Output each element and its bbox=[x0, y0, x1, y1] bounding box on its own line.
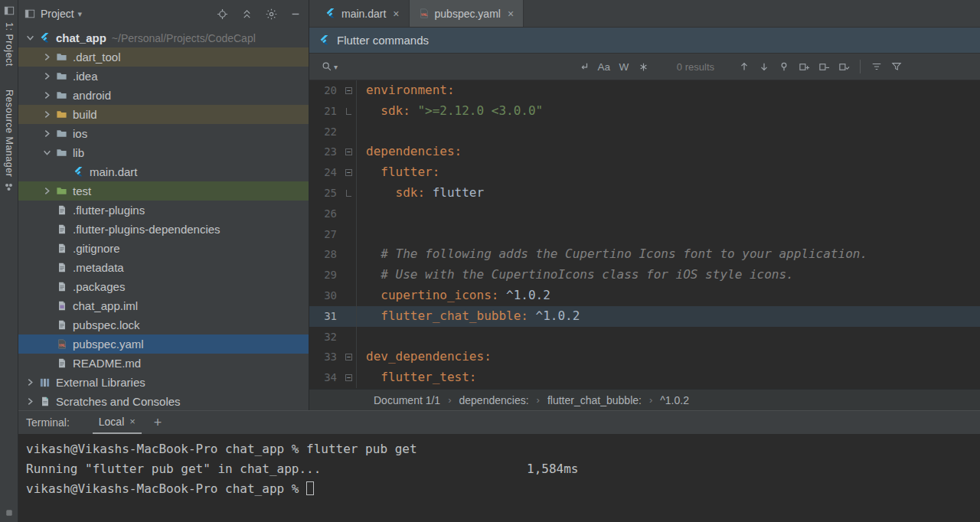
tree-item-scratches-and-consoles[interactable]: Scratches and Consoles bbox=[18, 392, 309, 410]
fold-marker[interactable]: − bbox=[341, 80, 357, 101]
find-pin-icon[interactable] bbox=[774, 57, 794, 76]
newline-icon[interactable] bbox=[574, 57, 594, 76]
line-number[interactable]: 20 bbox=[309, 80, 341, 101]
chevron-right-icon[interactable] bbox=[40, 109, 54, 121]
tree-item-ios[interactable]: ios bbox=[18, 124, 309, 143]
breadcrumb-item[interactable]: Document 1/1 bbox=[374, 394, 440, 406]
prev-occurrence-icon[interactable] bbox=[734, 57, 754, 76]
code-line-34[interactable]: 34− flutter_test: bbox=[309, 367, 980, 388]
tree-item-chat-app-iml[interactable]: chat_app.iml bbox=[18, 296, 309, 315]
search-history-chevron-icon[interactable]: ▾ bbox=[334, 63, 338, 71]
chevron-right-icon[interactable] bbox=[23, 396, 38, 408]
tree-item-gitignore[interactable]: .gitignore bbox=[18, 239, 309, 258]
line-number[interactable]: 24 bbox=[309, 162, 341, 183]
regex-toggle-icon[interactable] bbox=[634, 57, 654, 76]
project-stripe-icon[interactable] bbox=[4, 5, 15, 16]
chevron-down-icon[interactable] bbox=[23, 32, 38, 44]
editor-tab-pubspec-yaml[interactable]: YMLpubspec.yaml× bbox=[410, 0, 524, 27]
line-number[interactable]: 21 bbox=[309, 101, 341, 122]
chevron-down-icon[interactable] bbox=[40, 147, 54, 159]
line-number[interactable]: 33 bbox=[309, 347, 341, 367]
hide-panel-icon[interactable] bbox=[290, 8, 301, 19]
settings-gear-icon[interactable] bbox=[266, 8, 277, 20]
close-icon[interactable]: × bbox=[129, 416, 136, 427]
code-line-26[interactable]: 26 bbox=[309, 204, 980, 224]
project-panel-title[interactable]: Project bbox=[41, 8, 74, 20]
tree-item-metadata[interactable]: .metadata bbox=[18, 258, 309, 277]
fold-marker[interactable]: − bbox=[341, 347, 357, 367]
tree-item-external-libraries[interactable]: External Libraries bbox=[18, 373, 309, 392]
new-terminal-button[interactable]: + bbox=[154, 415, 162, 431]
resource-manager-icon[interactable] bbox=[4, 182, 14, 192]
fold-marker[interactable] bbox=[341, 101, 357, 122]
code-line-20[interactable]: 20−environment: bbox=[309, 80, 980, 101]
tree-item-pubspec-lock[interactable]: pubspec.lock bbox=[18, 315, 309, 334]
code-line-28[interactable]: 28 # The following adds the Cupertino Ic… bbox=[309, 244, 980, 265]
code-line-23[interactable]: 23−dependencies: bbox=[309, 142, 980, 162]
collapse-all-icon[interactable] bbox=[241, 8, 253, 20]
tree-item-main-dart[interactable]: main.dart bbox=[18, 162, 309, 181]
tree-item-dart-tool[interactable]: .dart_tool bbox=[18, 47, 309, 67]
line-number[interactable]: 28 bbox=[309, 244, 341, 265]
line-number[interactable]: 23 bbox=[309, 142, 341, 162]
fold-marker[interactable]: − bbox=[341, 142, 357, 162]
line-number[interactable]: 27 bbox=[309, 224, 341, 245]
chevron-right-icon[interactable] bbox=[40, 128, 54, 140]
code-line-30[interactable]: 30 cupertino_icons: ^1.0.2 bbox=[309, 285, 980, 306]
locate-icon[interactable] bbox=[217, 8, 228, 20]
chevron-right-icon[interactable] bbox=[40, 185, 54, 197]
code-line-24[interactable]: 24− flutter: bbox=[309, 162, 980, 183]
filter-icon[interactable] bbox=[887, 57, 906, 76]
code-line-29[interactable]: 29 # Use with the CupertinoIcons class f… bbox=[309, 265, 980, 285]
code-line-22[interactable]: 22 bbox=[309, 122, 980, 142]
tree-item-packages[interactable]: .packages bbox=[18, 277, 309, 296]
chevron-right-icon[interactable] bbox=[23, 377, 38, 389]
bottom-stripe-icon[interactable] bbox=[5, 508, 14, 517]
stripe-resource-manager-label[interactable]: Resource Manager bbox=[4, 90, 15, 177]
tree-item-flutter-plugins-dependencies[interactable]: .flutter-plugins-dependencies bbox=[18, 220, 309, 239]
words-toggle[interactable]: W bbox=[614, 61, 634, 73]
match-case-toggle[interactable]: Aa bbox=[594, 61, 614, 73]
chevron-right-icon[interactable] bbox=[40, 90, 54, 102]
code-line-27[interactable]: 27 bbox=[309, 224, 980, 245]
fold-marker[interactable]: − bbox=[341, 367, 357, 388]
fold-marker[interactable] bbox=[341, 183, 357, 204]
line-number[interactable]: 31 bbox=[309, 306, 341, 327]
line-number[interactable]: 34 bbox=[309, 367, 341, 388]
line-number[interactable]: 25 bbox=[309, 183, 341, 204]
editor-tab-main-dart[interactable]: main.dart× bbox=[315, 0, 410, 27]
stripe-project-label[interactable]: 1: Project bbox=[4, 22, 15, 67]
fold-marker[interactable]: − bbox=[341, 162, 357, 183]
code-line-32[interactable]: 32 bbox=[309, 327, 980, 347]
next-occurrence-icon[interactable] bbox=[754, 57, 774, 76]
code-line-21[interactable]: 21 sdk: ">=2.12.0 <3.0.0" bbox=[309, 101, 980, 122]
close-icon[interactable]: × bbox=[508, 8, 514, 20]
filter-lines-icon[interactable] bbox=[867, 57, 887, 76]
tree-item-readme-md[interactable]: README.md bbox=[18, 354, 309, 373]
terminal-output[interactable]: vikash@Vikashs-MacBook-Pro chat_app % fl… bbox=[18, 434, 980, 522]
breadcrumb-item[interactable]: ^1.0.2 bbox=[660, 394, 689, 406]
code-line-25[interactable]: 25 sdk: flutter bbox=[309, 183, 980, 204]
close-icon[interactable]: × bbox=[393, 8, 399, 20]
breadcrumb-item[interactable]: flutter_chat_bubble: bbox=[547, 394, 642, 406]
line-number[interactable]: 30 bbox=[309, 285, 341, 306]
search-input[interactable] bbox=[341, 60, 574, 73]
tree-item-flutter-plugins[interactable]: .flutter-plugins bbox=[18, 201, 309, 220]
terminal-tab-local[interactable]: Local × bbox=[93, 412, 142, 434]
breadcrumb-item[interactable]: dependencies: bbox=[459, 394, 529, 406]
line-number[interactable]: 29 bbox=[309, 265, 341, 285]
tree-item-build[interactable]: build bbox=[18, 105, 309, 124]
line-number[interactable]: 32 bbox=[309, 327, 341, 347]
remove-selection-icon[interactable] bbox=[814, 57, 834, 76]
chevron-right-icon[interactable] bbox=[40, 70, 54, 83]
chevron-right-icon[interactable] bbox=[40, 51, 54, 64]
tree-item-lib[interactable]: lib bbox=[18, 143, 309, 162]
tree-item-pubspec-yaml[interactable]: YMLpubspec.yaml bbox=[18, 334, 309, 354]
tree-item-test[interactable]: test bbox=[18, 181, 309, 201]
tree-item-idea[interactable]: .idea bbox=[18, 67, 309, 86]
code-editor[interactable]: 20−environment:21 sdk: ">=2.12.0 <3.0.0"… bbox=[309, 80, 980, 389]
tree-item-chat-app[interactable]: chat_app~/Personal/Projects/CodeCapl bbox=[18, 28, 309, 47]
line-number[interactable]: 22 bbox=[309, 122, 341, 142]
code-line-31[interactable]: 31 flutter_chat_bubble: ^1.0.2 bbox=[309, 306, 980, 327]
code-line-33[interactable]: 33−dev_dependencies: bbox=[309, 347, 980, 367]
